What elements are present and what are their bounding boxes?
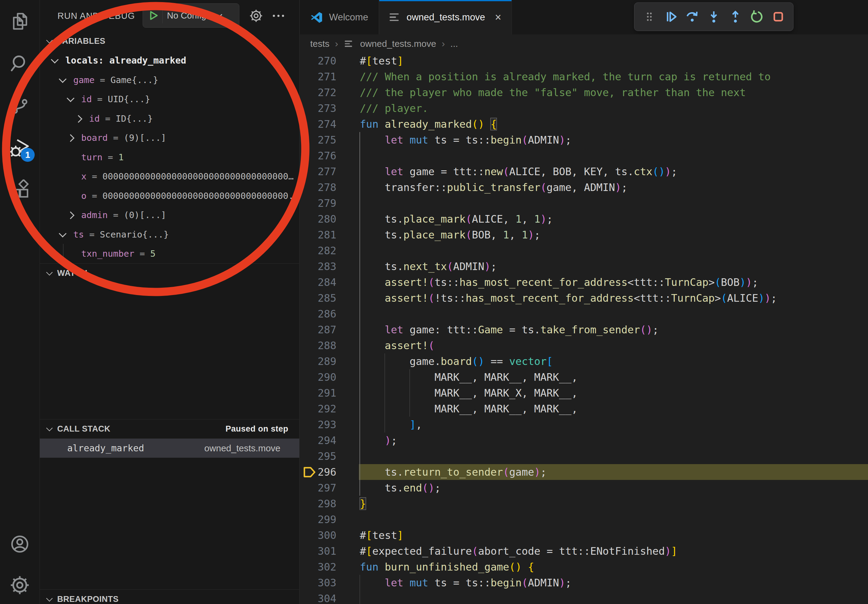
chevron-down-icon[interactable] xyxy=(51,56,58,63)
line-number[interactable]: 273 xyxy=(300,101,336,116)
line-number[interactable]: 276 xyxy=(300,148,336,164)
line-number[interactable]: 270 xyxy=(300,53,336,69)
variable-row-turn[interactable]: turn = 1 xyxy=(40,147,299,167)
chevron-right-icon[interactable] xyxy=(67,134,74,142)
variable-row-board[interactable]: board = (9)[...] xyxy=(40,128,299,147)
code-line-296[interactable]: 296 ts.return_to_sender(game); xyxy=(300,464,868,480)
line-number[interactable]: 298 xyxy=(300,496,336,511)
code-line-303[interactable]: 303 let mut ts = ts::begin(ADMIN); xyxy=(300,575,868,591)
code-line-278[interactable]: 278 transfer::public_transfer(game, ADMI… xyxy=(300,180,868,195)
line-number[interactable]: 286 xyxy=(300,306,336,322)
stop-button[interactable] xyxy=(769,6,787,27)
watch-section-header[interactable]: WATCH xyxy=(40,263,299,283)
line-number[interactable]: 292 xyxy=(300,401,336,417)
line-number[interactable]: 284 xyxy=(300,274,336,290)
code-line-300[interactable]: 300#[test] xyxy=(300,527,868,543)
code-line-297[interactable]: 297 ts.end(); xyxy=(300,480,868,496)
code-line-285[interactable]: 285 assert!(!ts::has_most_recent_for_add… xyxy=(300,290,868,306)
line-number[interactable]: 283 xyxy=(300,259,336,274)
line-number[interactable]: 277 xyxy=(300,164,336,180)
code-line-295[interactable]: 295 xyxy=(300,448,868,464)
variable-scope-row[interactable]: locals: already_marked xyxy=(40,51,299,70)
line-number[interactable]: 288 xyxy=(300,338,336,353)
line-number[interactable]: 275 xyxy=(300,132,336,148)
line-number[interactable]: 290 xyxy=(300,369,336,385)
breadcrumb-item-file[interactable]: owned_tests.move xyxy=(360,39,436,49)
extensions-icon[interactable] xyxy=(0,171,40,209)
code-line-294[interactable]: 294 ); xyxy=(300,432,868,448)
code-line-293[interactable]: 293 ], xyxy=(300,417,868,432)
more-actions-icon[interactable] xyxy=(273,15,284,17)
code-line-283[interactable]: 283 ts.next_tx(ADMIN); xyxy=(300,259,868,274)
code-line-272[interactable]: 272/// the player who made the "false" m… xyxy=(300,85,868,101)
code-line-292[interactable]: 292 MARK__, MARK__, MARK__, xyxy=(300,401,868,417)
code-line-274[interactable]: 274fun already_marked() { xyxy=(300,116,868,132)
breakpoints-section-header[interactable]: BREAKPOINTS xyxy=(40,589,299,604)
variables-section-header[interactable]: VARIABLES xyxy=(40,31,299,51)
close-tab-icon[interactable]: × xyxy=(495,12,501,23)
chevron-right-icon[interactable] xyxy=(67,211,74,219)
line-number[interactable]: 303 xyxy=(300,575,336,591)
chevron-down-icon[interactable] xyxy=(67,94,74,102)
code-line-273[interactable]: 273/// player. xyxy=(300,101,868,116)
chevron-right-icon[interactable] xyxy=(74,115,82,122)
breadcrumb-item-tests[interactable]: tests xyxy=(310,39,329,49)
line-number[interactable]: 281 xyxy=(300,227,336,243)
run-and-debug-icon[interactable]: 1 xyxy=(0,129,40,167)
line-number[interactable]: 291 xyxy=(300,385,336,401)
code-line-304[interactable]: 304 xyxy=(300,591,868,604)
continue-button[interactable] xyxy=(662,6,680,27)
tab-welcome[interactable]: Welcome xyxy=(300,0,379,34)
line-number[interactable]: 294 xyxy=(300,432,336,448)
code-line-288[interactable]: 288 assert!( xyxy=(300,338,868,353)
line-number[interactable]: 274 xyxy=(300,116,336,132)
line-number[interactable]: 272 xyxy=(300,85,336,101)
code-line-280[interactable]: 280 ts.place_mark(ALICE, 1, 1); xyxy=(300,211,868,227)
tab-owned-tests-move[interactable]: owned_tests.move × xyxy=(379,0,512,34)
variable-row-x[interactable]: x = 00000000000000000000000000000000000… xyxy=(40,167,299,186)
code-line-287[interactable]: 287 let game: ttt::Game = ts.take_from_s… xyxy=(300,322,868,338)
chevron-down-icon[interactable] xyxy=(59,229,66,237)
line-number[interactable]: 293 xyxy=(300,417,336,432)
line-number[interactable]: 287 xyxy=(300,322,336,338)
line-number[interactable]: 280 xyxy=(300,211,336,227)
line-number[interactable]: 299 xyxy=(300,511,336,527)
call-stack-frame-row[interactable]: already_marked owned_tests.move xyxy=(40,438,299,458)
code-line-291[interactable]: 291 MARK__, MARK_X, MARK__, xyxy=(300,385,868,401)
variable-row-ts[interactable]: ts = Scenario{...} xyxy=(40,225,299,244)
settings-gear-icon[interactable] xyxy=(0,566,40,604)
variable-row-admin[interactable]: admin = (0)[...] xyxy=(40,205,299,225)
line-number[interactable]: 302 xyxy=(300,559,336,575)
code-line-290[interactable]: 290 MARK__, MARK__, MARK__, xyxy=(300,369,868,385)
toolbar-drag-grip-icon[interactable] xyxy=(640,6,658,27)
code-line-282[interactable]: 282 xyxy=(300,243,868,259)
code-line-271[interactable]: 271/// When a position is already marked… xyxy=(300,69,868,85)
accounts-icon[interactable] xyxy=(0,525,40,563)
line-number[interactable]: 289 xyxy=(300,353,336,369)
line-number[interactable]: 271 xyxy=(300,69,336,85)
code-line-299[interactable]: 299 xyxy=(300,511,868,527)
code-line-289[interactable]: 289 game.board() == vector[ xyxy=(300,353,868,369)
call-stack-section-header[interactable]: CALL STACK Paused on step xyxy=(40,419,299,438)
debug-config-dropdown[interactable]: No Configurations xyxy=(143,3,239,28)
step-over-button[interactable] xyxy=(684,6,701,27)
chevron-down-icon[interactable] xyxy=(59,75,66,83)
debug-gear-icon[interactable] xyxy=(249,9,263,23)
code-line-284[interactable]: 284 assert!(ts::has_most_recent_for_addr… xyxy=(300,274,868,290)
step-into-button[interactable] xyxy=(705,6,722,27)
code-area[interactable]: 270#[test]271/// When a position is alre… xyxy=(300,53,868,604)
line-number[interactable]: 300 xyxy=(300,527,336,543)
line-number[interactable]: 278 xyxy=(300,180,336,195)
variable-row-game[interactable]: game = Game{...} xyxy=(40,70,299,90)
line-number[interactable]: 295 xyxy=(300,448,336,464)
line-number[interactable]: 297 xyxy=(300,480,336,496)
code-line-298[interactable]: 298} xyxy=(300,496,868,511)
line-number[interactable]: 279 xyxy=(300,195,336,211)
code-line-302[interactable]: 302fun burn_unfinished_game() { xyxy=(300,559,868,575)
code-line-270[interactable]: 270#[test] xyxy=(300,53,868,69)
step-out-button[interactable] xyxy=(727,6,744,27)
source-control-icon[interactable] xyxy=(0,87,40,124)
line-number[interactable]: 301 xyxy=(300,543,336,559)
line-number[interactable]: 282 xyxy=(300,243,336,259)
breadcrumb-item-symbol[interactable]: ... xyxy=(450,39,458,49)
